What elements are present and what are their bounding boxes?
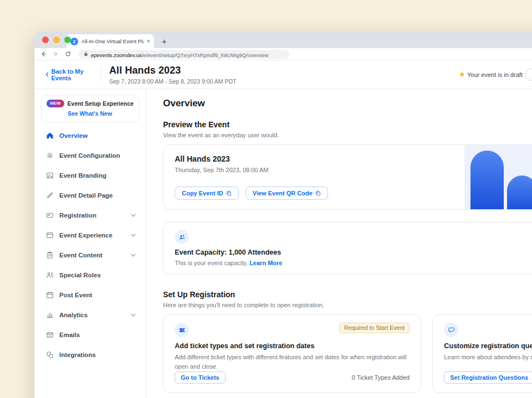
url-path: /e/event/setup/Q7xryH7xRpmdf6_kWJWg9Q/ov… — [142, 52, 269, 58]
url-domain: epevents.zoomdev.us — [91, 52, 142, 58]
new-badge: NEW — [47, 100, 64, 107]
ticket-types-count: 0 Ticket Types Added — [352, 374, 410, 381]
new-tab-button[interactable]: + — [162, 37, 167, 48]
registration-questions-card: Customize registration questions Learn m… — [432, 314, 532, 393]
reload-icon[interactable] — [64, 50, 71, 58]
sidebar-item-event-configuration[interactable]: Event Configuration — [41, 146, 139, 166]
chevron-down-icon — [131, 313, 136, 317]
header-action-button-partial[interactable] — [525, 69, 532, 81]
learn-more-link[interactable]: Learn More — [249, 260, 282, 266]
event-title: All Hands 2023 — [109, 65, 236, 76]
sidebar-item-overview[interactable]: Overview — [41, 126, 139, 146]
event-preview-card: All Hands 2023 Thursday, Sep 7th 2023, 0… — [163, 144, 532, 210]
close-tab-icon[interactable]: × — [147, 38, 150, 44]
bar-chart-icon — [46, 311, 54, 319]
zoom-events-page: Back to My Events All Hands 2023 Sep 7, … — [34, 60, 532, 398]
draft-status: Your event is in draft — [460, 60, 523, 89]
preview-subheading: View the event as an everyday user would… — [163, 132, 532, 138]
pencil-icon — [46, 192, 54, 199]
address-bar[interactable]: epevents.zoomdev.us/e/event/setup/Q7xryH… — [79, 50, 289, 59]
registration-subheading: Here are things you'll need to complete … — [163, 302, 532, 308]
event-capacity-card: Event Capacity: 1,000 Attendees This is … — [163, 222, 532, 275]
layout-icon — [46, 231, 54, 239]
zoom-favicon: z — [70, 38, 78, 45]
setup-sidebar: NEW Event Setup Experience See What's Ne… — [34, 89, 146, 398]
image-icon — [46, 172, 54, 179]
questions-card-title: Customize registration questions — [444, 342, 532, 350]
copy-icon — [226, 190, 232, 196]
registration-card-icon — [46, 211, 54, 219]
overview-main: Overview Preview the Event View the even… — [146, 89, 532, 398]
event-dates: Sep 7, 2023 8:00 AM - Sep 8, 2023 9:00 A… — [109, 78, 236, 85]
forward-icon[interactable] — [52, 50, 59, 58]
home-icon — [46, 132, 54, 139]
browser-toolbar: epevents.zoomdev.us/e/event/setup/Q7xryH… — [34, 48, 532, 60]
go-to-tickets-button[interactable]: Go to Tickets — [175, 371, 225, 384]
close-window-button[interactable] — [42, 37, 49, 43]
promo-title: Event Setup Experience — [68, 100, 134, 107]
window-controls[interactable] — [42, 37, 71, 43]
sidebar-item-integrations[interactable]: Integrations — [41, 345, 139, 365]
sidebar-item-event-content[interactable]: Event Content — [41, 245, 139, 265]
capacity-title: Event Capacity: 1,000 Attendees — [175, 249, 532, 256]
url-text: epevents.zoomdev.us/e/event/setup/Q7xryH… — [91, 49, 268, 59]
registration-heading: Set Up Registration — [163, 290, 532, 299]
capacity-description: This is your event capacity. Learn More — [175, 260, 532, 266]
preview-heading: Preview the Event — [163, 120, 532, 129]
sidebar-item-registration[interactable]: Registration — [41, 205, 139, 225]
set-registration-questions-button[interactable]: Set Registration Questions — [444, 371, 532, 384]
sidebar-item-event-branding[interactable]: Event Branding — [41, 166, 139, 185]
see-whats-new-link[interactable]: See What's New — [68, 110, 134, 117]
attendees-icon — [175, 230, 189, 244]
browser-tab-bar: z All-In-One Virtual Event Platfo × + — [34, 32, 532, 48]
back-to-my-events-link[interactable]: Back to My Events — [45, 68, 101, 81]
browser-tab[interactable]: z All-In-One Virtual Event Platfo × — [66, 34, 154, 48]
sidebar-item-event-detail-page[interactable]: Event Detail Page — [41, 185, 139, 205]
ticket-card-title: Add ticket types and set registration da… — [175, 342, 410, 350]
required-badge: Required to Start Event — [339, 323, 410, 333]
ticket-icon — [175, 323, 189, 337]
ticket-card-description: Add different ticket types with differen… — [175, 353, 410, 371]
preview-section: Preview the Event View the event as an e… — [163, 120, 532, 210]
draft-status-text: Your event is in draft — [467, 71, 523, 78]
ticket-types-card: Required to Start Event Add ticket types… — [163, 314, 421, 393]
gear-icon — [46, 152, 54, 159]
page-title: Overview — [163, 98, 532, 109]
sidebar-item-special-roles[interactable]: Special Roles — [41, 265, 139, 285]
lock-icon — [84, 51, 88, 56]
questions-card-description: Learn more about attendees by creating c… — [444, 353, 532, 362]
browser-window: z All-In-One Virtual Event Platfo × + ep… — [34, 32, 532, 398]
calendar-icon — [46, 291, 54, 299]
back-link-label: Back to My Events — [52, 68, 101, 81]
chevron-down-icon — [131, 234, 136, 237]
back-icon[interactable] — [40, 50, 47, 58]
chat-icon — [444, 323, 458, 337]
sidebar-item-event-experience[interactable]: Event Experience — [41, 225, 139, 245]
sidebar-item-analytics[interactable]: Analytics — [41, 305, 139, 325]
copy-event-id-button[interactable]: Copy Event ID — [175, 187, 239, 200]
header-divider — [101, 68, 101, 82]
tab-title: All-In-One Virtual Event Platfo — [81, 38, 144, 44]
event-title-block: All Hands 2023 Sep 7, 2023 8:00 AM - Sep… — [109, 65, 236, 85]
sidebar-item-post-event[interactable]: Post Event — [41, 285, 139, 305]
event-header: Back to My Events All Hands 2023 Sep 7, … — [34, 60, 532, 89]
sidebar-item-emails[interactable]: Emails — [41, 325, 139, 345]
mail-icon — [46, 331, 54, 339]
clipboard-icon — [46, 251, 54, 259]
setup-experience-promo: NEW Event Setup Experience See What's Ne… — [41, 95, 139, 122]
event-cover-image — [464, 145, 532, 209]
copy-icon — [315, 190, 321, 196]
maximize-window-button[interactable] — [64, 37, 71, 43]
people-icon — [46, 271, 54, 279]
chevron-down-icon — [131, 214, 136, 217]
back-chevron-icon — [45, 72, 49, 77]
view-event-qr-code-button[interactable]: View Event QR Code — [245, 187, 328, 200]
integrations-icon — [46, 351, 54, 359]
chevron-down-icon — [131, 254, 136, 257]
registration-section: Set Up Registration Here are things you'… — [163, 290, 532, 393]
draft-status-dot — [460, 73, 464, 76]
sidebar-nav: Overview Event Configuration Event Brand… — [41, 126, 139, 365]
minimize-window-button[interactable] — [53, 37, 60, 43]
